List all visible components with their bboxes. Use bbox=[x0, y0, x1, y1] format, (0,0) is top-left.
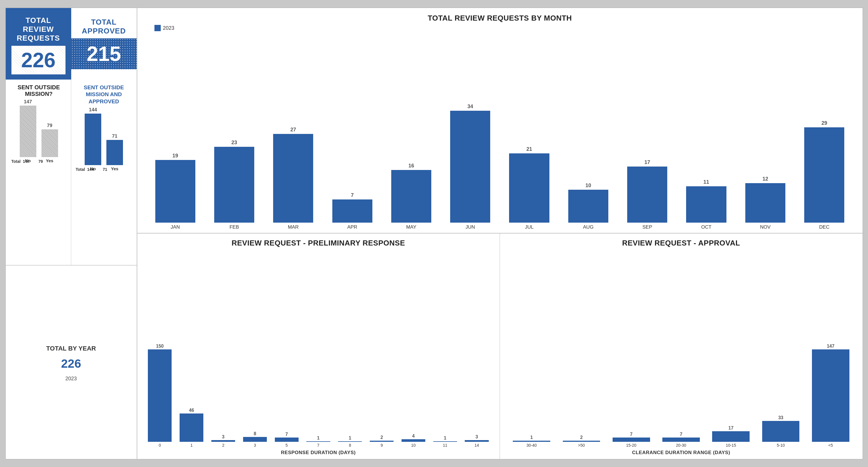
prelim-bar-xlabel-2: 2 bbox=[222, 443, 224, 447]
month-bar-group-jan: 19JAN bbox=[146, 98, 205, 230]
no-bar-value-label: 147 bbox=[24, 99, 32, 105]
left-panel: TOTAL REVIEW REQUESTS 226 TOTAL APPROVED… bbox=[6, 8, 137, 459]
right-top-panel: TOTAL REVIEW REQUESTS BY MONTH 2023 19JA… bbox=[137, 8, 863, 233]
approval-bar-rect-15-20 bbox=[613, 438, 650, 442]
sent-outside-approved-bar-chart: 144 No 71 Yes Total 144 71 bbox=[75, 108, 133, 171]
month-bar-rect-dec bbox=[804, 127, 844, 223]
month-bar-group-apr: 7APR bbox=[322, 98, 381, 230]
month-bar-value-jan: 19 bbox=[173, 153, 178, 159]
legend-label: 2023 bbox=[163, 25, 175, 31]
prelim-bar-rect-10 bbox=[402, 439, 425, 442]
prelim-bar-xlabel-8: 8 bbox=[349, 443, 351, 447]
approval-bar-value-5-10: 33 bbox=[778, 415, 783, 420]
approval-bar-rect-5-10 bbox=[762, 421, 800, 442]
month-bar-group-feb: 23FEB bbox=[205, 98, 264, 230]
approval-bar-xlabel-20-30: 20-30 bbox=[676, 443, 686, 447]
approval-bar-value-10-15: 17 bbox=[728, 426, 734, 431]
approval-x-axis-title: CLEARANCE DURATION RANGE (DAYS) bbox=[507, 450, 856, 456]
month-bar-xlabel-feb: FEB bbox=[229, 224, 239, 230]
total-approved-label: TOTAL APPROVED bbox=[77, 16, 131, 35]
month-bar-xlabel-jan: JAN bbox=[171, 224, 180, 230]
prelim-bar-value-10: 4 bbox=[412, 434, 415, 439]
prelim-bar-xlabel-3: 3 bbox=[254, 443, 256, 447]
prelim-bar-value-8: 1 bbox=[349, 436, 351, 441]
approval-bar-group-30-40: 130-40 bbox=[507, 339, 557, 447]
monthly-chart-title: TOTAL REVIEW REQUESTS BY MONTH bbox=[146, 14, 854, 23]
month-bar-rect-jun bbox=[450, 111, 490, 223]
total-approved-value-box: 215 bbox=[71, 38, 137, 69]
approval-bar-xlabel-15-20: 15-20 bbox=[626, 443, 637, 447]
month-bar-rect-jan bbox=[155, 160, 195, 223]
dashboard: TOTAL REVIEW REQUESTS 226 TOTAL APPROVED… bbox=[5, 7, 863, 460]
approval-bar-value->50: 2 bbox=[580, 435, 583, 440]
approval-bar-rect-20-30 bbox=[662, 438, 700, 442]
month-bar-value-may: 16 bbox=[408, 163, 414, 169]
prelim-bar-rect-0 bbox=[148, 349, 172, 442]
approval-bar-rect->50 bbox=[563, 441, 600, 442]
month-bar-value-jul: 21 bbox=[527, 146, 532, 152]
month-bar-xlabel-mar: MAR bbox=[288, 224, 299, 230]
approval-bar-value-<5: 147 bbox=[827, 344, 835, 349]
month-bar-group-oct: 11OCT bbox=[677, 98, 736, 230]
prelim-bar-xlabel-14: 14 bbox=[474, 443, 479, 447]
month-bar-xlabel-aug: AUG bbox=[583, 224, 594, 230]
prelim-bar-rect-14 bbox=[465, 440, 489, 442]
approval-bar-rect-<5 bbox=[812, 349, 849, 442]
prelim-bar-group-9: 29 bbox=[366, 339, 398, 447]
month-bar-xlabel-oct: OCT bbox=[701, 224, 712, 230]
approval-chart-title: REVIEW REQUEST - APPROVAL bbox=[507, 239, 856, 247]
legend-swatch bbox=[154, 25, 161, 31]
month-bar-value-oct: 11 bbox=[704, 179, 709, 185]
month-bar-rect-oct bbox=[686, 186, 726, 223]
sent-outside-section: SENT OUTSIDE MISSION? 147 No 79 Yes bbox=[6, 80, 137, 265]
sent-outside-bar-chart: 147 No 79 Yes Total 147 79 bbox=[10, 100, 67, 163]
approval-bar-value-30-40: 1 bbox=[530, 435, 533, 440]
month-bar-group-sep: 17SEP bbox=[618, 98, 677, 230]
prelim-bar-value-14: 3 bbox=[475, 434, 478, 440]
total-by-year-year: 2023 bbox=[10, 376, 132, 382]
month-bar-rect-sep bbox=[627, 167, 667, 223]
prelim-bar-xlabel-10: 10 bbox=[411, 443, 416, 447]
right-bottom-panel: REVIEW REQUEST - PRELIMINARY RESPONSE 15… bbox=[137, 233, 863, 459]
month-bar-value-apr: 7 bbox=[351, 192, 354, 198]
approved-no-bar bbox=[85, 114, 101, 165]
prelim-bar-rect-11 bbox=[433, 441, 457, 442]
month-bar-xlabel-nov: NOV bbox=[760, 224, 771, 230]
approved-no-value-label: 144 bbox=[89, 107, 97, 113]
prelim-bar-group-14: 314 bbox=[461, 339, 493, 447]
approved-yes-bar-group: 71 Yes bbox=[106, 133, 123, 171]
prelim-bar-xlabel-0: 0 bbox=[159, 443, 161, 447]
total-approved-value: 215 bbox=[77, 43, 131, 64]
approval-bar-group-10-15: 1710-15 bbox=[706, 339, 756, 447]
prelim-bar-group-2: 32 bbox=[207, 339, 239, 447]
month-bar-xlabel-may: MAY bbox=[406, 224, 416, 230]
month-bar-group-nov: 12NOV bbox=[736, 98, 795, 230]
month-bar-group-jul: 21JUL bbox=[500, 98, 559, 230]
prelim-bar-xlabel-1: 1 bbox=[190, 443, 193, 447]
total-review-value-box: 226 bbox=[11, 46, 65, 75]
month-bar-value-nov: 12 bbox=[763, 176, 768, 182]
prelim-bar-group-0: 1500 bbox=[144, 339, 176, 447]
month-bar-rect-mar bbox=[273, 134, 313, 223]
prelim-bar-rect-5 bbox=[275, 438, 299, 442]
month-bar-group-dec: 29DEC bbox=[795, 98, 854, 230]
total-label-right: Total 144 71 bbox=[76, 167, 107, 172]
month-bar-value-dec: 29 bbox=[822, 120, 827, 126]
month-bar-group-jun: 34JUN bbox=[441, 98, 500, 230]
prelim-chart-title: REVIEW REQUEST - PRELIMINARY RESPONSE bbox=[144, 239, 493, 247]
month-bar-group-may: 16MAY bbox=[382, 98, 441, 230]
prelim-bar-value-5: 7 bbox=[285, 432, 288, 437]
prelim-bar-xlabel-5: 5 bbox=[285, 443, 288, 447]
approval-bar-group->50: 2>50 bbox=[557, 339, 606, 447]
no-bar bbox=[20, 106, 36, 157]
total-review-value: 226 bbox=[14, 50, 63, 70]
total-label-left: Total 147 79 bbox=[11, 159, 43, 164]
monthly-chart-area: 19JAN23FEB27MAR7APR16MAY34JUN21JUL10AUG1… bbox=[146, 33, 854, 230]
approval-bar-xlabel->50: >50 bbox=[578, 443, 585, 447]
total-review-label: TOTAL REVIEW REQUESTS bbox=[11, 16, 65, 43]
approved-yes-label: Yes bbox=[111, 166, 118, 171]
approval-bar-xlabel-30-40: 30-40 bbox=[527, 443, 537, 447]
month-bar-xlabel-jul: JUL bbox=[525, 224, 534, 230]
prelim-bar-xlabel-11: 11 bbox=[443, 443, 447, 447]
prelim-chart-area: 1500461328375171829410111314 bbox=[144, 250, 493, 447]
